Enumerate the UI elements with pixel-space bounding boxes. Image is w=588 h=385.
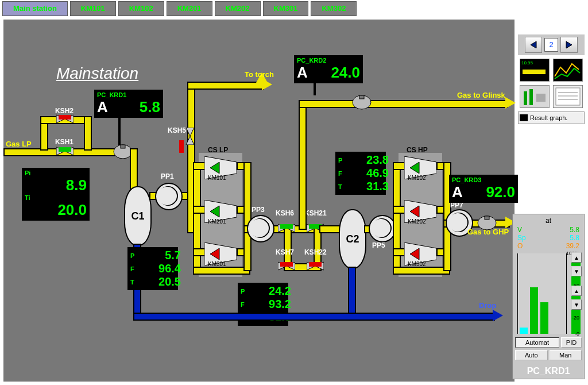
mode-pid-button[interactable]: PID	[561, 337, 582, 348]
lcd-label-pi: Pi	[25, 170, 30, 176]
page-nav: 2	[518, 34, 585, 55]
svg-marker-32	[531, 41, 536, 48]
nav-page-number[interactable]: 2	[544, 38, 558, 52]
svg-rect-36	[536, 94, 546, 102]
lcd-value: 92.0	[486, 183, 515, 201]
tab-km301[interactable]: KM301	[263, 1, 309, 16]
lcd-pp3-f: 93.2	[269, 298, 291, 311]
result-graph-button[interactable]: Result graph.	[518, 111, 585, 124]
valve-ksh1-indicator	[59, 147, 71, 152]
mode-man-button[interactable]: Man	[550, 350, 582, 360]
lcd-inlet[interactable]: Pi 8.9 Ti 20.0	[22, 168, 90, 221]
label-pp3: PP3	[252, 206, 265, 214]
lcd-pc-krd2[interactable]: PC_KRD2 A24.0	[294, 55, 363, 83]
valve-ksh7-indicator	[280, 262, 293, 267]
tab-km202[interactable]: KM202	[215, 1, 261, 16]
label-gas-lp: Gas LP	[6, 140, 32, 148]
decrement-sp-button[interactable]: ▼	[571, 266, 582, 276]
label-to-torch: To torch	[245, 70, 274, 79]
bar-v	[520, 328, 528, 334]
tab-km302[interactable]: KM302	[311, 1, 357, 16]
lcd-c1-out[interactable]: P5.7 F96.4 T20.5	[127, 247, 178, 290]
label-pp5: PP5	[372, 241, 385, 249]
pump-pp3[interactable]	[247, 215, 274, 242]
valve-ksh5[interactable]	[181, 128, 199, 145]
valve-ksh5-indicator	[179, 140, 184, 153]
svg-rect-31	[485, 216, 489, 220]
control-valve-krd2[interactable]	[351, 94, 372, 110]
lcd-label-ti: Ti	[25, 194, 30, 201]
signal-line	[118, 117, 121, 145]
pump-pp5[interactable]	[369, 215, 396, 242]
pipe-blue	[348, 267, 356, 318]
thumbnail-trend-icon[interactable]	[553, 59, 583, 82]
mode-automat-button[interactable]: Automat	[515, 337, 559, 348]
svg-marker-33	[566, 41, 572, 48]
valve-ksh6-indicator	[280, 224, 293, 229]
vessel-c2[interactable]: C2	[339, 209, 366, 269]
valve-ksh2-indicator	[59, 115, 71, 120]
ctrl-sp-label: Sp	[517, 234, 526, 242]
mode-auto-button[interactable]: Auto	[515, 350, 548, 360]
label-km302: KM302	[408, 261, 426, 267]
lcd-mode: A	[97, 98, 108, 116]
tab-km201[interactable]: KM201	[167, 1, 212, 16]
pipe	[243, 162, 252, 271]
label-km201: KM201	[208, 218, 226, 225]
lcd-pc-krd3[interactable]: PC_KRD3 A92.0	[449, 175, 518, 203]
lcd-pc-krd1[interactable]: PC_KRD1 A5.8	[94, 90, 163, 118]
tab-km101[interactable]: KM101	[70, 1, 116, 16]
bar-o	[540, 302, 548, 334]
thumbnail-valve-icon[interactable]: 10.95	[520, 59, 550, 82]
lcd-c1-t: 20.5	[158, 275, 181, 288]
tab-km102[interactable]: KM102	[118, 1, 164, 16]
increment-out-button[interactable]: ▲	[571, 286, 582, 296]
scale-line	[566, 253, 567, 334]
label-pp1: PP1	[161, 172, 174, 180]
lcd-mode: A	[452, 183, 463, 201]
label-cs-hp: CS HP	[407, 146, 428, 154]
lcd-c2-f: 46.9	[366, 167, 389, 180]
label-drop: Drop	[479, 301, 496, 310]
ctrl-sp-value: 5.8	[570, 234, 579, 242]
ctrl-v-value: 5.8	[570, 226, 579, 234]
lcd-ti-value: 20.0	[57, 201, 87, 219]
lcd-value: 5.8	[140, 98, 160, 116]
nav-next-button[interactable]	[560, 37, 578, 53]
label-km301: KM301	[208, 261, 226, 267]
vessel-c1[interactable]: C1	[124, 186, 152, 246]
svg-rect-5	[121, 145, 125, 148]
nav-prev-button[interactable]	[525, 37, 542, 53]
bar-sp	[530, 287, 538, 334]
lcd-c1-f: 96.4	[158, 262, 181, 275]
thumbnail-form-icon[interactable]	[553, 85, 583, 108]
lcd-c1-p: 5.7	[165, 249, 181, 262]
bar-axis	[517, 253, 518, 334]
tab-main-station[interactable]: Main station	[2, 1, 68, 16]
label-km202: KM202	[408, 218, 426, 225]
pipe	[299, 100, 307, 230]
label-ksh21: KSH21	[304, 209, 327, 217]
tab-bar: Main station KM101 KM102 KM201 KM202 KM3…	[0, 0, 588, 17]
thumbnail-bar-icon[interactable]	[520, 85, 550, 108]
lcd-tag: PC_KRD2	[297, 57, 326, 64]
result-graph-label: Result graph.	[530, 114, 567, 121]
pipe	[299, 100, 508, 108]
controller-unit: at	[515, 217, 582, 225]
svg-rect-34	[524, 91, 527, 105]
decrement-out-button[interactable]: ▼	[571, 299, 582, 310]
svg-marker-6	[186, 128, 194, 136]
chart-icon	[520, 114, 528, 121]
lcd-mode: A	[297, 64, 308, 82]
lcd-c2-in[interactable]: P23.8 F46.9 T31.3	[335, 152, 386, 195]
increment-sp-button[interactable]: ▲	[571, 252, 582, 263]
arrow-glinsk	[505, 97, 516, 109]
pump-pp1[interactable]	[155, 183, 183, 210]
ctrl-v-label: V	[517, 226, 522, 234]
label-ksh7: KSH7	[276, 248, 294, 256]
label-ksh22: KSH22	[304, 248, 327, 256]
label-gas-glinsk: Gas to Glinsk	[457, 91, 505, 99]
lcd-c2-t: 31.3	[366, 180, 389, 193]
controller-faceplate: at V5.8 Sp5.8 O39.2 100%-80-60-40-20-0 ▲…	[512, 214, 585, 379]
page-title: Mainstation	[56, 64, 138, 83]
